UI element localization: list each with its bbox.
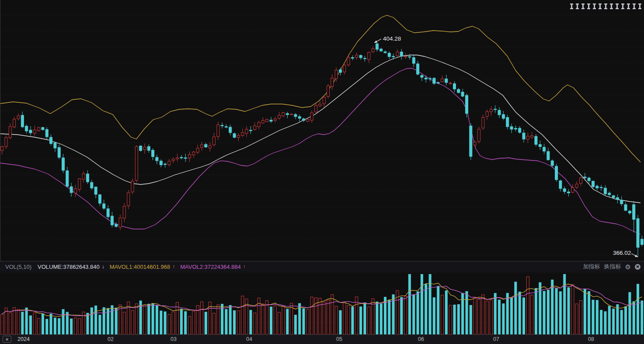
x-axis-label: 03 bbox=[171, 336, 177, 342]
volume-down-arrow-icon: ↓ bbox=[102, 264, 104, 270]
mavol2-up-arrow-icon: ↑ bbox=[243, 264, 246, 270]
mavol1-up-arrow-icon: ↑ bbox=[172, 264, 175, 270]
x-axis-label: 04 bbox=[246, 336, 252, 342]
main-chart-canvas[interactable]: 404.28366.02 bbox=[0, 0, 644, 261]
switch-indicator-link[interactable]: 换指标 bbox=[604, 263, 621, 271]
x-axis: « 202402030405060708 bbox=[0, 334, 644, 344]
kline-adjust-icon[interactable] bbox=[632, 3, 636, 10]
boll-mid-line bbox=[0, 55, 641, 203]
x-axis-label: 05 bbox=[336, 336, 342, 342]
volume-canvas-host bbox=[0, 272, 644, 334]
main-chart-panel: 404.28366.02 bbox=[0, 0, 644, 261]
kline-adjust-icon[interactable] bbox=[638, 3, 642, 10]
kline-adjust-icon[interactable] bbox=[621, 3, 625, 10]
kline-adjust-icon[interactable] bbox=[598, 3, 602, 10]
kline-adjust-icon[interactable] bbox=[609, 3, 613, 10]
kline-chart-app: 404.28366.02 VOL(5,10) VOLUME:37862643.8… bbox=[0, 0, 644, 344]
svg-text:366.02: 366.02 bbox=[613, 250, 631, 256]
period-high-annotation: 404.28 bbox=[374, 35, 401, 43]
vol-indicator-label: VOL(5,10) bbox=[5, 264, 31, 270]
add-indicator-link[interactable]: 加指标 bbox=[583, 263, 600, 271]
x-axis-label: 02 bbox=[108, 336, 114, 342]
main-chart-canvas-host: 404.28366.02 bbox=[0, 0, 644, 261]
kline-adjust-icon[interactable] bbox=[627, 3, 630, 10]
gear-icon[interactable]: ⚙ bbox=[625, 264, 631, 270]
x-axis-label: 2024 bbox=[17, 336, 30, 342]
kline-adjust-icon[interactable] bbox=[581, 3, 585, 10]
x-axis-label: 08 bbox=[588, 336, 594, 342]
period-low-annotation: 366.02 bbox=[613, 250, 638, 257]
kline-adjust-icon[interactable] bbox=[575, 3, 579, 10]
kline-adjust-icon[interactable] bbox=[604, 3, 608, 10]
x-axis-label: 06 bbox=[418, 336, 424, 342]
mavol1-value: MAVOL1:40014601.968 bbox=[110, 264, 171, 270]
mavol2-line bbox=[2, 285, 642, 316]
mavol1-line bbox=[2, 283, 642, 316]
mavol2-value: MAVOL2:37224364.884 bbox=[180, 264, 241, 270]
candles-layer bbox=[1, 42, 644, 257]
volume-value: VOLUME:37862643.840 bbox=[38, 264, 100, 270]
kline-adjust-icon[interactable] bbox=[615, 3, 619, 10]
x-axis-label: 07 bbox=[493, 336, 499, 342]
boll-upper-line bbox=[0, 15, 641, 162]
chart-tools bbox=[570, 3, 642, 10]
left-edge-divider bbox=[0, 0, 0, 261]
volume-canvas[interactable] bbox=[0, 272, 644, 334]
kline-adjust-icon[interactable] bbox=[592, 3, 596, 10]
close-icon[interactable] bbox=[635, 264, 641, 270]
volume-header: VOL(5,10) VOLUME:37862643.840 ↓ MAVOL1:4… bbox=[0, 261, 644, 272]
svg-text:404.28: 404.28 bbox=[383, 35, 401, 42]
kline-adjust-icon[interactable] bbox=[587, 3, 591, 10]
kline-adjust-icon[interactable] bbox=[570, 3, 574, 10]
volume-panel bbox=[0, 272, 644, 334]
collapse-button[interactable]: « bbox=[3, 336, 11, 343]
